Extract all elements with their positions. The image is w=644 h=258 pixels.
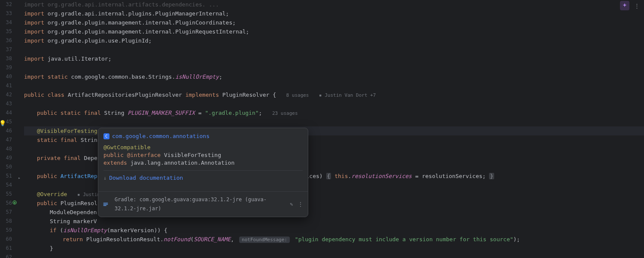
line-number: 43 [0, 99, 12, 108]
gradle-icon [103, 201, 109, 207]
line-number: 40 [0, 72, 12, 81]
line-number: 54 [0, 181, 12, 190]
line-number: 57 [0, 208, 12, 217]
line-number: 44 [0, 108, 12, 117]
popup-source-label: Gradle: com.google.guava:guava:32.1.2-jr… [115, 195, 282, 213]
usages-hint[interactable]: 8 usages [286, 92, 309, 98]
popup-footer: Gradle: com.google.guava:guava:32.1.2-jr… [98, 191, 308, 217]
line-number: 50 [0, 163, 12, 172]
line-number: 39 [0, 63, 12, 72]
line-number: 49 [0, 154, 12, 163]
popup-extends: extends java.lang.annotation.Annotation [103, 159, 303, 167]
line-number: 62 [0, 253, 12, 258]
line-number: 58 [0, 217, 12, 226]
line-number: 41 [0, 81, 12, 90]
line-number: 56 [0, 199, 12, 208]
gutter-icons: 💡 ▸ [18, 0, 24, 258]
code-line: } [24, 244, 644, 253]
line-number: 32 [0, 0, 12, 9]
code-line: import org.gradle.api.internal.plugins.P… [24, 9, 644, 18]
usages-hint[interactable]: 23 usages [272, 111, 298, 116]
line-number: 36 [0, 36, 12, 45]
download-doc-link[interactable]: Download documentation [103, 174, 303, 182]
parameter-hint: notFoundMessage: [239, 236, 290, 243]
author-hint[interactable]: ▪ Justin Van Dort +7 [319, 92, 376, 98]
code-line [24, 99, 644, 108]
code-line: import org.gradle.api.internal.artifacts… [24, 0, 644, 9]
code-line [24, 63, 644, 72]
line-number: 55 [0, 190, 12, 199]
override-icon[interactable] [12, 200, 18, 206]
line-number: 46 [0, 126, 12, 135]
code-line [24, 81, 644, 90]
line-number: 47 [0, 135, 12, 144]
code-line: return PluginResolutionResult.notFound(S… [24, 235, 644, 244]
code-line [24, 253, 644, 258]
class-icon: C [103, 133, 109, 139]
line-number: 33 [0, 9, 12, 18]
code-line: import java.util.Iterator; [24, 54, 644, 63]
line-number: 48 [0, 144, 12, 154]
line-number: 35 [0, 27, 12, 36]
edit-icon[interactable]: ✎ [289, 201, 294, 208]
code-line: import org.gradle.plugin.management.inte… [24, 27, 644, 36]
code-editor[interactable]: 32 33 34 35 36 37 38 39 40 41 42 43 44 4… [0, 0, 644, 258]
code-line: import org.gradle.plugin.use.PluginId; [24, 36, 644, 45]
line-number: 34 [0, 18, 12, 27]
popup-separator [103, 170, 303, 171]
popup-annotation: @GwtCompatible [103, 144, 303, 151]
popup-signature: public @interface VisibleForTesting [103, 151, 303, 159]
line-number: 59 [0, 226, 12, 235]
line-number: 37 [0, 45, 12, 54]
code-line: import static com.google.common.base.Str… [24, 72, 644, 81]
popup-package: Ccom.google.common.annotations [103, 132, 303, 140]
code-line: if (isNullOrEmpty(markerVersion)) { [24, 226, 644, 235]
line-number-gutter: 32 33 34 35 36 37 38 39 40 41 42 43 44 4… [0, 0, 18, 258]
fold-chevron-icon[interactable]: ▸ [18, 173, 22, 178]
line-number: 61 [0, 244, 12, 253]
more-icon[interactable]: ⋮ [298, 201, 304, 208]
popup-package-link[interactable]: com.google.common.annotations [112, 133, 210, 139]
line-number: 38 [0, 54, 12, 63]
line-number: 51 [0, 172, 12, 181]
code-line: import org.gradle.plugin.management.inte… [24, 18, 644, 27]
intention-bulb-icon[interactable]: 💡 [0, 119, 5, 125]
code-line [24, 117, 644, 126]
line-number: 60 [0, 235, 12, 244]
code-line: String markerV [24, 217, 644, 226]
code-line: public static final String PLUGIN_MARKER… [24, 108, 644, 117]
download-icon [103, 175, 109, 181]
line-number: 42 [0, 90, 12, 99]
quick-doc-popup: Ccom.google.common.annotations @GwtCompa… [98, 128, 308, 217]
code-line [24, 45, 644, 54]
code-line: public class ArtifactRepositoriesPluginR… [24, 90, 644, 99]
